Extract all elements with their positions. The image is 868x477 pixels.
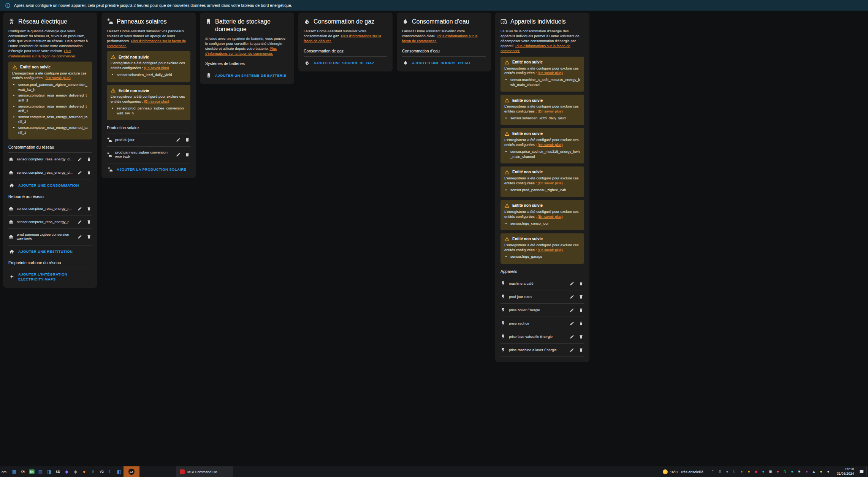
- taskbar-clock[interactable]: 09:10 31/08/2024: [834, 467, 857, 476]
- tray-icon[interactable]: ◆: [754, 469, 759, 474]
- delete-button[interactable]: [578, 347, 584, 353]
- en-savoir-plus-link[interactable]: (En savoir plus): [46, 76, 71, 80]
- taskbar-app-icon[interactable]: ◆: [62, 466, 71, 477]
- delete-button[interactable]: [578, 294, 584, 300]
- untracked-entity-warning: Entité non suivieL'enregistreur a été co…: [8, 62, 92, 139]
- add-source-button[interactable]: AJOUTER L'INTÉGRATION ELECTRICITY MAPS: [8, 268, 92, 283]
- tray-icon[interactable]: ●: [775, 469, 780, 474]
- taskbar-app-icon[interactable]: ◧: [115, 466, 124, 477]
- warning-header: Entité non suivie: [12, 65, 88, 70]
- clock-date: 31/08/2024: [837, 472, 854, 476]
- tray-icon[interactable]: ▯: [718, 469, 722, 474]
- entity-label: prod jour SMA: [509, 295, 566, 299]
- untracked-entity-list: sensor.prise_sechoir_mss315_energy_kwh_m…: [510, 149, 580, 159]
- edit-button[interactable]: [569, 280, 575, 287]
- edit-button[interactable]: [569, 320, 575, 326]
- edit-button[interactable]: [569, 347, 575, 353]
- delete-button[interactable]: [578, 334, 584, 340]
- taskbar-app-icon[interactable]: ▦: [10, 466, 19, 477]
- add-source-button[interactable]: AJOUTER UNE CONSOMMATION: [8, 179, 80, 189]
- edit-button[interactable]: [569, 334, 575, 340]
- battery-icon: [205, 18, 212, 25]
- taskbar-app-icon[interactable]: V2: [97, 466, 106, 477]
- en-savoir-plus-link[interactable]: (En savoir plus): [538, 248, 563, 252]
- en-savoir-plus-link[interactable]: (En savoir plus): [538, 181, 563, 185]
- taskbar-app-icon[interactable]: SD: [54, 466, 62, 477]
- taskbar-app-icon[interactable]: 64: [27, 466, 36, 477]
- card-devices: Appareils individuelsLe suivi de la cons…: [495, 13, 589, 362]
- add-source-button[interactable]: AJOUTER UN SYSTÈME DE BATTERIE: [205, 69, 287, 79]
- tray-icon[interactable]: ●: [761, 469, 766, 474]
- taskbar-app-icon[interactable]: ●: [80, 466, 89, 477]
- en-savoir-plus-link[interactable]: (En savoir plus): [538, 143, 563, 147]
- edit-button[interactable]: [569, 294, 575, 300]
- taskbar-app-icon[interactable]: e: [89, 466, 97, 477]
- delete-button[interactable]: [184, 152, 190, 158]
- tray-icon[interactable]: ●: [746, 469, 751, 474]
- taskbar-app-icon[interactable]: ▤: [36, 466, 45, 477]
- edit-button[interactable]: [77, 156, 83, 162]
- taskbar-ea-button[interactable]: EA: [124, 466, 139, 477]
- notification-center-button[interactable]: [857, 466, 866, 477]
- en-savoir-plus-link[interactable]: (En savoir plus): [538, 109, 563, 113]
- delete-button[interactable]: [86, 170, 92, 176]
- edit-button[interactable]: [175, 152, 181, 158]
- tray-icon[interactable]: ●: [739, 469, 744, 474]
- untracked-entity-warning: Entité non suivieL'enregistreur a été co…: [501, 95, 584, 125]
- tray-icon[interactable]: ^: [710, 469, 715, 474]
- en-savoir-plus-link[interactable]: (En savoir plus): [144, 66, 169, 70]
- delete-button[interactable]: [86, 206, 92, 212]
- app-glyph: ◧: [117, 469, 121, 474]
- tray-icon[interactable]: ▣: [768, 469, 773, 474]
- edit-button[interactable]: [77, 234, 83, 240]
- edit-button[interactable]: [175, 137, 181, 143]
- tray-icon[interactable]: ☾: [732, 469, 737, 474]
- tray-icon[interactable]: ●: [826, 469, 831, 474]
- card-description: Laissez Home Assistant surveiller vos pa…: [107, 29, 190, 48]
- app-glyph: V2: [100, 470, 103, 474]
- app-glyph: ▤: [38, 469, 43, 474]
- warning-text: L'enregistreur a été configuré pour excl…: [12, 71, 88, 81]
- delete-button[interactable]: [86, 219, 92, 225]
- taskbar-app-icon[interactable]: ◈: [71, 466, 80, 477]
- delete-button[interactable]: [578, 320, 584, 326]
- add-source-button[interactable]: AJOUTER UNE SOURCE D'EAU: [402, 57, 471, 66]
- edit-button[interactable]: [77, 206, 83, 212]
- add-source-button[interactable]: AJOUTER UNE RESTITUTION: [8, 246, 73, 255]
- tray-icon[interactable]: ▲: [811, 469, 816, 474]
- taskbar-app-icon[interactable]: G: [19, 466, 27, 477]
- taskbar-window-button[interactable]: om...: [0, 466, 10, 477]
- delete-button[interactable]: [184, 137, 190, 143]
- en-savoir-plus-link[interactable]: (En savoir plus): [538, 214, 563, 219]
- delete-icon: [87, 206, 91, 211]
- untracked-entity-list: sensor.sebastien_iezzi_daily_yield: [117, 73, 187, 78]
- tray-icon[interactable]: ●: [790, 469, 795, 474]
- pencil-icon: [570, 334, 574, 339]
- tray-icon[interactable]: ●: [819, 469, 824, 474]
- card-description: Le suivi de la consommation d'énergie de…: [501, 29, 584, 54]
- tray-icon[interactable]: ●: [725, 469, 730, 474]
- taskbar-msi-button[interactable]: MSI Command Ce...: [176, 466, 233, 477]
- tray-icon[interactable]: ≡: [797, 469, 802, 474]
- show-desktop-button[interactable]: [866, 466, 868, 477]
- add-source-button[interactable]: AJOUTER LA PRODUCTION SOLAIRE: [107, 163, 187, 173]
- tray-icon[interactable]: ●: [804, 469, 809, 474]
- en-savoir-plus-link[interactable]: (En savoir plus): [538, 71, 563, 75]
- edit-button[interactable]: [569, 307, 575, 313]
- taskbar-app-icon[interactable]: ☾: [106, 466, 115, 477]
- edit-button[interactable]: [77, 219, 83, 225]
- solar-power-icon: [108, 167, 113, 172]
- delete-button[interactable]: [578, 307, 584, 313]
- taskbar-app-icon[interactable]: ◨: [45, 466, 54, 477]
- warning-title: Entité non suivie: [512, 98, 543, 103]
- tray-icon[interactable]: N: [782, 469, 787, 474]
- warning-title: Entité non suivie: [119, 55, 149, 60]
- delete-button[interactable]: [578, 280, 584, 287]
- edit-button[interactable]: [77, 170, 83, 176]
- en-savoir-plus-link[interactable]: (En savoir plus): [144, 99, 169, 103]
- delete-button[interactable]: [86, 156, 92, 162]
- add-source-button[interactable]: AJOUTER UNE SOURCE DE GAZ: [304, 57, 375, 66]
- delete-icon: [579, 321, 583, 326]
- delete-button[interactable]: [86, 234, 92, 240]
- taskbar-weather-widget[interactable]: 16°C Très ensoleillé: [659, 469, 707, 474]
